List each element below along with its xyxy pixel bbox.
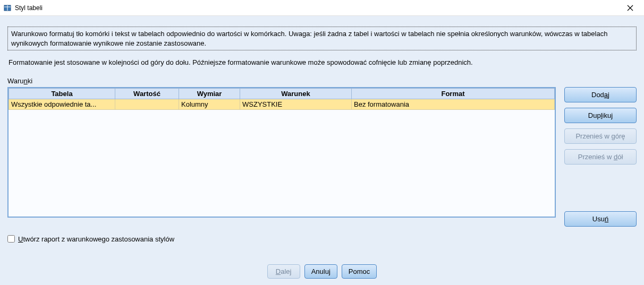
dialog-buttons: Dalej Anuluj Pomoc [0, 264, 644, 279]
col-header-format[interactable]: Format [352, 88, 555, 99]
col-header-dimension[interactable]: Wymiar [179, 88, 240, 99]
conditions-table[interactable]: Tabela Wartość Wymiar Warunek Format Wsz… [9, 88, 555, 110]
conditions-label: Warunki [7, 77, 637, 85]
close-button[interactable] [620, 1, 641, 15]
cell-dimension[interactable]: Kolumny [179, 99, 240, 109]
close-icon [627, 5, 633, 11]
table-row[interactable]: Wszystkie odpowiednie ta... Kolumny WSZY… [9, 99, 555, 109]
cell-condition[interactable]: WSZYSTKIE [240, 99, 352, 109]
col-header-condition[interactable]: Warunek [240, 88, 352, 99]
titlebar: Styl tabeli [0, 0, 644, 16]
intro-text: Warunkowo formatuj tło komórki i tekst w… [7, 27, 637, 50]
conditions-table-container: Tabela Wartość Wymiar Warunek Format Wsz… [7, 87, 556, 218]
add-button[interactable]: Dodaj [564, 87, 637, 102]
report-checkbox[interactable] [7, 235, 15, 243]
report-checkbox-row: Utwórz raport z warunkowego zastosowania… [7, 235, 637, 243]
cell-value[interactable] [115, 99, 179, 109]
duplicate-button[interactable]: Duplikuj [564, 108, 637, 123]
dialog-content: Warunkowo formatuj tło komórki i tekst w… [0, 16, 644, 285]
col-header-table[interactable]: Tabela [9, 88, 115, 99]
order-info-text: Formatowanie jest stosowane w kolejności… [7, 58, 637, 67]
move-down-button: Przenieś w dół [564, 149, 637, 165]
window-title: Styl tabeli [15, 4, 620, 12]
cell-table[interactable]: Wszystkie odpowiednie ta... [9, 99, 115, 109]
delete-button[interactable]: Usuń [564, 211, 637, 227]
cancel-button[interactable]: Anuluj [304, 264, 337, 279]
report-checkbox-label: Utwórz raport z warunkowego zastosowania… [18, 235, 174, 243]
app-icon [3, 4, 12, 12]
help-button[interactable]: Pomoc [342, 264, 377, 279]
col-header-value[interactable]: Wartość [115, 88, 179, 99]
cell-format[interactable]: Bez formatowania [352, 99, 555, 109]
move-up-button: Przenieś w górę [564, 128, 637, 144]
next-button: Dalej [267, 264, 300, 279]
side-button-column: Dodaj Duplikuj Przenieś w górę Przenieś … [564, 87, 637, 227]
